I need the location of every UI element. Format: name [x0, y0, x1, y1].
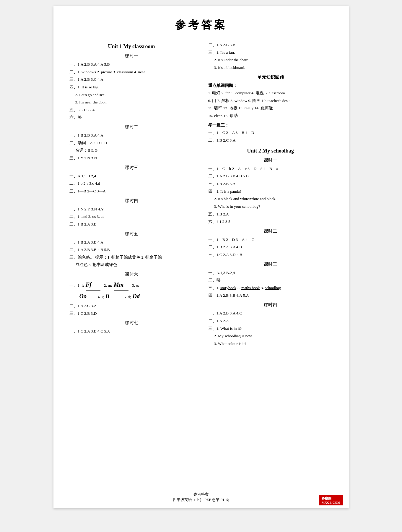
unit2-title: Unit 2 My schoolbag [207, 148, 334, 154]
unit1-label: Unit 1 My classroom [108, 43, 155, 49]
underline-mathsbook: maths book [241, 286, 260, 290]
r-section-keshi1: 课时一 [207, 158, 334, 163]
section-keshi6: 课时六 [68, 272, 195, 277]
footer: 参考答案 四年级英语（上）·PEP 总第 91 页 [53, 490, 349, 502]
r-answer-3-2: 二、略 [208, 276, 334, 284]
hw-Dd: Dd [133, 291, 147, 302]
answer-l6-2: Oo 4. i; Ii 5. d; Dd [79, 291, 195, 302]
answer-l2-4: 三、1.Y 2.N 3.N [69, 154, 195, 162]
hw-Ii: Ii [105, 291, 120, 302]
watermark: 答案圈MXQE.COM [319, 495, 343, 505]
answer-l5-2: 二、1.A 2.B 3.B 4.B 5.B [69, 246, 195, 254]
section-keshi3: 课时三 [68, 165, 195, 171]
r-answer-3-3: 三、1. storybook 2. maths book 3. schoolba… [208, 284, 334, 292]
fansan-1: 一、1—C 2—A 3—B 4—D [208, 129, 334, 137]
footer-line2: 四年级英语（上）·PEP 总第 91 页 [53, 497, 349, 502]
r-answer-1-7: 五、1.B 2.A [208, 210, 334, 218]
r-answer-1-1: 一、1—C—b 2—A—c 3—D—d 4—B—a [208, 165, 334, 173]
fansan-title: 举一反三： [208, 121, 334, 129]
r-answer-3-1: 一、A.1,3 B.2,4 [208, 269, 334, 277]
r-answer-2-2: 二、1.B 2.A 3.A 4.B [208, 243, 334, 251]
r-answer-1-8: 六、4 1 2 3 5 [208, 218, 334, 226]
r-answer-2-1: 一、1—B 2—D 3—A 4—C [208, 236, 334, 244]
r-answer-3-4: 四、1.A 2.B 3.B 4.A 5.A [208, 292, 334, 299]
answer-l1-8: 六、略 [69, 113, 195, 121]
r-section-keshi4: 课时四 [207, 302, 334, 308]
answer-l1-4: 四、1. It is so big. [69, 83, 195, 91]
answer-l1-7: 五、3 5 1 6 2 4 [69, 106, 195, 114]
hw-Oo: Oo [79, 291, 94, 302]
r-answer-4-3: 三、1. What is in it? [208, 325, 334, 332]
answer-l6-3: 二、1.A 2.C 3.A [69, 302, 195, 310]
r-answer-1-5: 2. It's black and white/white and black. [214, 195, 334, 203]
r-answer-1-4: 四、1. It is a panda! [208, 188, 334, 195]
unit2-label: Unit 2 My schoolbag [247, 148, 294, 154]
answer-r0-4: 3. It's a blackboard. [214, 64, 334, 72]
r-answer-4-2: 二、1.A 2.A [208, 317, 334, 325]
answer-r0-2: 三、1. It's a fan. [208, 49, 334, 56]
answer-l1-3: 三、1.A 2.B 3.C 4.A [69, 76, 195, 83]
answer-l7-1: 一、1.C 2.A 3.B 4.C 5.A [69, 327, 195, 335]
answer-l3-1: 一、A.1,3 B.2,4 [69, 172, 195, 180]
footer-line1: 参考答案 [53, 492, 349, 497]
answer-l5-1: 一、1.B 2.A 3.B 4.A [69, 239, 195, 246]
r-answer-4-1: 一、1.A 2.B 3.A 4.C [208, 309, 334, 317]
answer-l1-2: 二、1. windows 2. picture 3. classroom 4. … [69, 68, 195, 76]
underline-schoolbag: schoolbag [265, 286, 281, 290]
answer-l2-1: 一、1.B 2.B 3.A 4.A [69, 132, 195, 139]
r-answer-2-3: 三、1.C 2.A 3.D 4.B [208, 251, 334, 259]
key-words-3: 11. 墙壁 12. 地板 13. really 14. 距离近 [208, 104, 334, 112]
content-wrapper: Unit 1 My classroom 课时一 一、1.A 2.B 3.A 4.… [68, 41, 334, 348]
answer-l6-4: 三、1.C 2.B 3.D [69, 310, 195, 317]
hw-Mm: Mm [114, 279, 128, 291]
section-keshi1: 课时一 [68, 53, 195, 59]
fansan-2: 二、1.B 2.C 3.A [208, 137, 334, 144]
section-keshi7: 课时七 [68, 320, 195, 326]
r-section-keshi3: 课时三 [207, 262, 334, 267]
r-answer-4-4: 2. My schoolbag is new. [214, 332, 334, 340]
unit1-title: Unit 1 My classroom [68, 43, 195, 50]
answer-l4-3: 三、1.B 2.A 3.B [69, 220, 195, 228]
answer-l4-1: 一、1.N 2.Y 3.N 4.Y [69, 205, 195, 213]
knowledge-review-title: 单元知识回顾 [207, 74, 334, 80]
answer-l4-2: 二、1. and 2. us 3. at [69, 213, 195, 220]
answer-l2-2: 二、动词：A C D F H [69, 139, 195, 147]
left-column: Unit 1 My classroom 课时一 一、1.A 2.B 3.A 4.… [68, 41, 201, 348]
r-section-keshi2: 课时二 [207, 228, 334, 234]
answer-l5-3: 三、涂色略。 提示：1. 把椅子涂成黄色 2. 把桌子涂 [69, 254, 195, 261]
main-title: 参考答案 [68, 18, 334, 32]
key-words-title: 重点单词回顾： [208, 82, 334, 90]
r-answer-4-5: 3. What colour is it? [214, 340, 334, 348]
key-words-4: 15. clean 16. 帮助 [208, 112, 334, 120]
right-column: 二、1.A 2.B 3.B 三、1. It's a fan. 2. It's u… [201, 41, 334, 348]
page: 参考答案 Unit 1 My classroom 课时一 一、1.A 2.B 3… [53, 6, 349, 508]
answer-l3-2: 二、1.b 2.a 3.c 4.d [69, 180, 195, 187]
key-words-1: 1. 电灯 2. fan 3. computer 4. 电视 5. classr… [208, 89, 334, 97]
answer-l1-5: 2. Let's go and see. [75, 91, 195, 99]
section-keshi4: 课时四 [68, 198, 195, 204]
section-keshi5: 课时五 [68, 231, 195, 237]
r-answer-1-2: 二、1.A 2.B 3.B 4.B 5.B [208, 172, 334, 180]
answer-l2-3: 名词：B E G [75, 147, 195, 154]
answer-l3-3: 三、1—B 2—C 3—A [69, 187, 195, 195]
answer-l1-6: 3. It's near the door. [75, 98, 195, 106]
answer-r0-3: 2. It's under the chair. [214, 56, 334, 64]
hw-Ff: Ff [86, 279, 100, 291]
answer-l1-1: 一、1.A 2.B 3.A 4.A 5.B [69, 61, 195, 68]
answer-r0-1: 二、1.A 2.B 3.B [208, 41, 334, 49]
answer-l5-4: 成红色 3. 把书涂成绿色 [75, 261, 195, 269]
key-words-2: 6. 门 7. 黑板 8. window 9. 图画 10. teacher's… [208, 97, 334, 105]
r-answer-1-3: 三、1.B 2.B 3.A [208, 180, 334, 188]
r-answer-1-6: 3. What's in your schoolbag? [214, 203, 334, 210]
underline-storybook: storybook [220, 286, 236, 290]
section-keshi2: 课时二 [68, 124, 195, 130]
answer-l6-1: 一、1. f; Ff 2. m; Mm 3. o; [69, 279, 195, 291]
